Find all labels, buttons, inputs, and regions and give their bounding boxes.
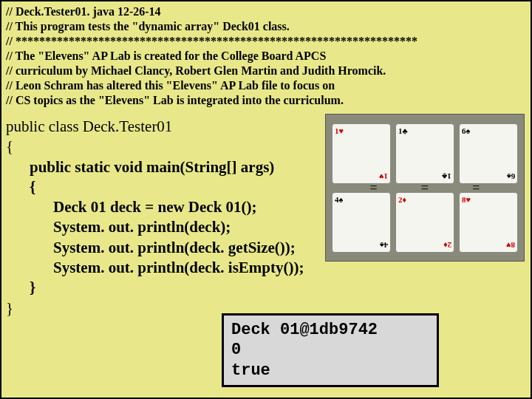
output-line: true (231, 361, 429, 381)
playing-card: 8♥ 8♥ (459, 192, 518, 253)
card-rank: 4♠ (380, 241, 388, 250)
comment-line: // curriculum by Michael Clancy, Robert … (6, 64, 526, 78)
card-rank: 2♦ (398, 195, 406, 204)
op-sign: = (420, 180, 430, 196)
card-row-bottom: 4♠ 4♠ 2♦ 2♦ 8♥ 8♥ (332, 189, 518, 255)
comment-line: // Leon Schram has altered this "Elevens… (6, 78, 526, 93)
op-sign: = (471, 180, 481, 196)
output-line: 0 (231, 340, 429, 361)
comment-line: // This program tests the "dynamic array… (6, 19, 526, 34)
card-rank: 6♠ (462, 126, 470, 135)
playing-card: 1♥ 1♥ (332, 123, 391, 184)
code-line: } (6, 278, 526, 298)
playing-card: 4♠ 4♠ (332, 192, 391, 253)
card-rank: 8♥ (506, 241, 515, 250)
console-output: Deck 01@1db9742 0 true (222, 313, 439, 388)
card-rank: 8♥ (462, 195, 471, 204)
comment-line: // *************************************… (6, 34, 526, 49)
comment-line: // Deck.Tester01. java 12-26-14 (6, 4, 526, 19)
card-rank: 1♥ (335, 126, 344, 135)
playing-card: 6♠ 6♠ (459, 123, 518, 184)
cards-photo: 1♥ 1♥ 1♣ 1♣ 6♠ 6♠ 4♠ 4♠ 2♦ 2♦ 8♥ 8♥ = = … (325, 114, 525, 262)
playing-card: 1♣ 1♣ (395, 123, 454, 184)
card-rank: 4♠ (335, 195, 343, 204)
card-row-top: 1♥ 1♥ 1♣ 1♣ 6♠ 6♠ (332, 120, 518, 186)
output-line: Deck 01@1db9742 (231, 320, 429, 341)
playing-card: 2♦ 2♦ (395, 192, 454, 253)
equals-row: = = = (326, 180, 524, 196)
header-comments: // Deck.Tester01. java 12-26-14 // This … (1, 1, 531, 108)
card-rank: 2♦ (443, 241, 451, 250)
comment-line: // The "Elevens" AP Lab is created for t… (6, 49, 526, 64)
card-rank: 1♣ (398, 126, 408, 135)
comment-line: // CS topics as the "Elevens" Lab is int… (6, 93, 526, 108)
op-sign: = (369, 180, 379, 196)
